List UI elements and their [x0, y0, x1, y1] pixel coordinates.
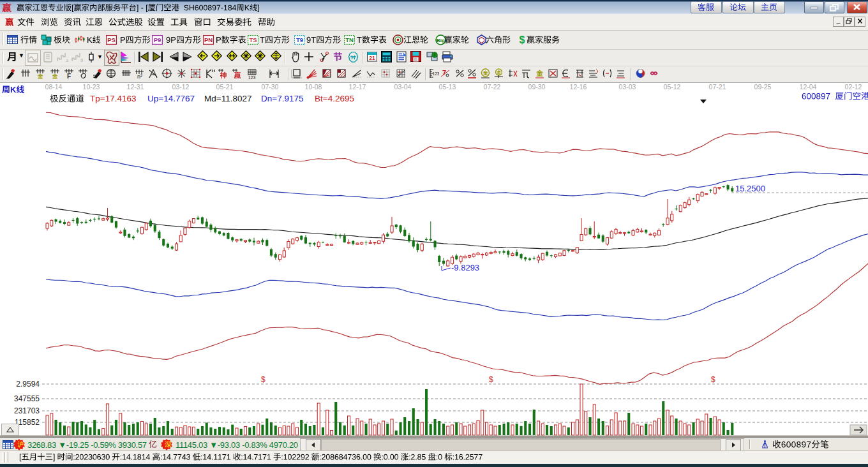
- svg-text:$: $: [489, 375, 493, 384]
- svg-text:P9: P9: [154, 36, 161, 43]
- svg-text:TN: TN: [345, 36, 354, 43]
- svg-text:T9: T9: [296, 36, 303, 43]
- svg-text:123: 123: [248, 75, 256, 80]
- svg-text:347555: 347555: [14, 394, 40, 403]
- svg-text:15.2500: 15.2500: [735, 184, 765, 193]
- svg-text:123: 123: [433, 71, 439, 76]
- svg-text:n²: n²: [137, 73, 142, 80]
- svg-text:F: F: [67, 73, 71, 80]
- svg-text:9: 9: [80, 57, 83, 63]
- svg-text:$: $: [261, 375, 266, 384]
- svg-text:231703: 231703: [14, 406, 40, 415]
- svg-text:PS: PS: [107, 36, 116, 43]
- svg-text:2.9594: 2.9594: [16, 380, 40, 389]
- svg-text:PN: PN: [204, 36, 213, 43]
- svg-text:21: 21: [369, 55, 375, 61]
- svg-text:TS: TS: [249, 36, 257, 43]
- svg-text:-9.8293: -9.8293: [451, 263, 479, 272]
- svg-text:$: $: [520, 34, 525, 45]
- svg-text:$: $: [711, 375, 715, 384]
- svg-text:3: 3: [66, 57, 68, 63]
